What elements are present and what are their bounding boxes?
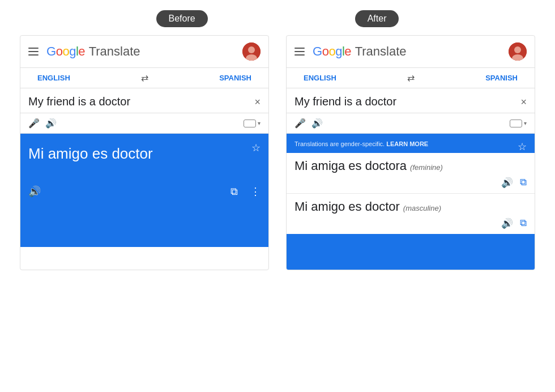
- before-panel: Google Translate ENGLISH ⇄ SPANISH My fr…: [20, 35, 269, 270]
- before-result-copy[interactable]: ⧉: [230, 186, 238, 198]
- before-star-btn[interactable]: ☆: [251, 142, 261, 154]
- after-controls-row: 🎤 🔊 ▾: [287, 113, 535, 134]
- after-menu-icon[interactable]: [294, 48, 305, 56]
- before-header: Google Translate: [20, 36, 268, 68]
- after-result-box: ☆ Translations are gender-specific. LEAR…: [287, 134, 535, 270]
- after-google-logo: Google Translate: [313, 44, 407, 59]
- after-target-lang-btn[interactable]: SPANISH: [485, 74, 518, 82]
- feminine-translation-text: Mi amiga es doctora: [294, 159, 407, 173]
- after-close-btn[interactable]: ×: [520, 96, 527, 108]
- keyboard-icon[interactable]: ▾: [244, 120, 261, 127]
- before-result-speaker[interactable]: 🔊: [28, 185, 41, 198]
- after-avatar[interactable]: [509, 42, 527, 61]
- labels-row: Before After: [0, 0, 555, 27]
- svg-point-4: [514, 46, 521, 53]
- masculine-item: Mi amigo es doctor (masculine) 🔊 ⧉: [287, 194, 535, 234]
- after-input-area: My friend is a doctor ×: [287, 88, 535, 113]
- source-speaker-icon[interactable]: 🔊: [45, 118, 57, 129]
- gender-notice: Translations are gender-specific. LEARN …: [294, 140, 527, 147]
- before-result-more[interactable]: ⋮: [250, 185, 261, 198]
- before-input-area: My friend is a doctor ×: [20, 88, 268, 113]
- after-source-speaker-icon[interactable]: 🔊: [311, 118, 323, 129]
- after-badge: After: [355, 10, 399, 27]
- after-panel: Google Translate ENGLISH ⇄ SPANISH My fr…: [286, 35, 535, 270]
- google-logo: Google Translate: [46, 44, 140, 59]
- target-lang-btn[interactable]: SPANISH: [219, 74, 251, 82]
- mic-icon[interactable]: 🎤: [28, 118, 40, 129]
- after-input-text: My friend is a doctor: [294, 95, 516, 108]
- before-translation-text: Mi amigo es doctor: [28, 145, 261, 163]
- learn-more-link[interactable]: LEARN MORE: [386, 140, 428, 147]
- before-badge: Before: [156, 10, 208, 27]
- after-source-lang-btn[interactable]: ENGLISH: [304, 74, 336, 82]
- masculine-translation-text: Mi amigo es doctor: [294, 199, 400, 214]
- masculine-speaker-icon[interactable]: 🔊: [501, 218, 513, 229]
- after-keyboard-icon[interactable]: ▾: [510, 120, 527, 127]
- feminine-item: Mi amiga es doctora (feminine) 🔊 ⧉: [287, 153, 535, 194]
- swap-icon[interactable]: ⇄: [141, 73, 148, 83]
- before-lang-bar: ENGLISH ⇄ SPANISH: [20, 68, 268, 88]
- before-controls-row: 🎤 🔊 ▾: [20, 113, 268, 134]
- feminine-speaker-icon[interactable]: 🔊: [501, 177, 513, 189]
- feminine-label: (feminine): [410, 163, 443, 172]
- panels-row: Google Translate ENGLISH ⇄ SPANISH My fr…: [0, 35, 555, 270]
- avatar[interactable]: [242, 42, 261, 61]
- after-header: Google Translate: [287, 36, 535, 68]
- after-swap-icon[interactable]: ⇄: [407, 73, 415, 83]
- after-lang-bar: ENGLISH ⇄ SPANISH: [287, 68, 535, 88]
- after-star-btn[interactable]: ☆: [518, 140, 527, 153]
- after-mic-icon[interactable]: 🎤: [294, 118, 306, 129]
- before-input-text: My friend is a doctor: [28, 95, 250, 108]
- before-result-box: ☆ Mi amigo es doctor 🔊 ⧉ ⋮: [20, 134, 268, 247]
- source-lang-btn[interactable]: ENGLISH: [37, 74, 70, 82]
- masculine-copy-icon[interactable]: ⧉: [520, 218, 527, 229]
- svg-point-1: [248, 46, 255, 53]
- menu-icon[interactable]: [28, 48, 39, 56]
- masculine-label: (masculine): [403, 204, 441, 212]
- feminine-copy-icon[interactable]: ⧉: [520, 177, 527, 189]
- before-close-btn[interactable]: ×: [254, 96, 261, 108]
